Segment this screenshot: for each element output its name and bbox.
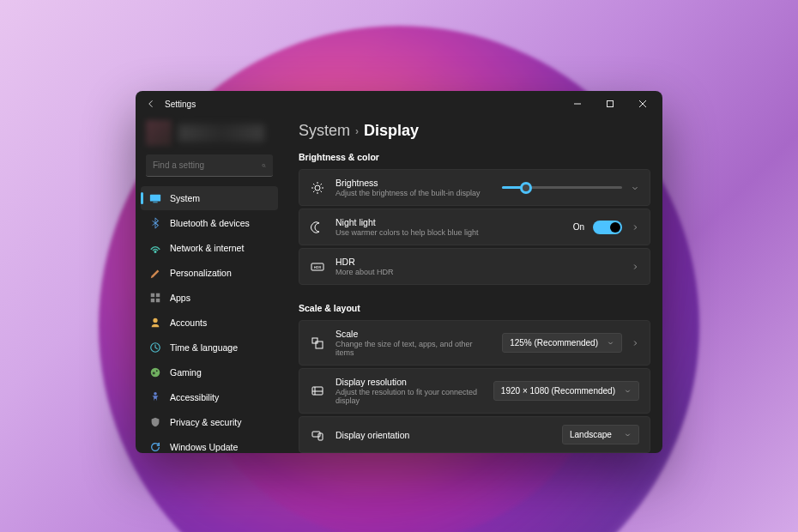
sidebar-item-label: Gaming (170, 367, 202, 378)
personalization-icon (149, 267, 161, 279)
card-subtitle: Adjust the brightness of the built-in di… (336, 189, 492, 197)
svg-rect-7 (153, 202, 157, 203)
titlebar: Settings (136, 91, 662, 117)
dropdown-value: 125% (Recommended) (510, 338, 598, 348)
brightness-icon (310, 180, 325, 196)
sidebar-item-system[interactable]: System (141, 186, 278, 210)
orientation-icon (310, 427, 325, 443)
chevron-right-icon: › (355, 125, 359, 137)
sidebar-item-label: Windows Update (170, 442, 238, 452)
back-arrow-icon[interactable] (146, 99, 156, 109)
breadcrumb-current: Display (364, 122, 419, 140)
sidebar-item-accessibility[interactable]: Accessibility (141, 385, 278, 409)
sidebar-item-label: Time & language (170, 342, 238, 353)
nightlight-toggle[interactable] (593, 221, 622, 234)
card-subtitle: Use warmer colors to help block blue lig… (336, 228, 563, 237)
avatar (146, 120, 172, 146)
search-input[interactable] (153, 160, 262, 170)
toggle-state-label: On (573, 222, 584, 232)
network-icon (149, 242, 161, 254)
sidebar-item-label: Accounts (170, 317, 207, 328)
sidebar-item-personalization[interactable]: Personalization (141, 261, 278, 285)
nightlight-icon (310, 220, 325, 235)
maximize-button[interactable] (594, 91, 626, 117)
card-title: Display orientation (336, 430, 552, 440)
svg-text:HDR: HDR (314, 265, 322, 269)
dropdown-value: Landscape (570, 430, 612, 439)
search-box[interactable] (146, 154, 273, 177)
sidebar-item-network[interactable]: Network & internet (141, 236, 278, 260)
close-button[interactable] (626, 91, 659, 117)
resolution-card[interactable]: Display resolution Adjust the resolution… (299, 368, 650, 414)
svg-point-8 (154, 251, 156, 253)
apps-icon (149, 292, 161, 304)
resolution-icon (310, 384, 325, 399)
svg-rect-20 (312, 338, 317, 343)
card-subtitle: Change the size of text, apps, and other… (336, 340, 492, 357)
svg-line-5 (264, 166, 265, 166)
chevron-right-icon[interactable] (631, 223, 639, 232)
svg-rect-1 (608, 101, 614, 107)
accounts-icon (149, 317, 161, 329)
sidebar-item-gaming[interactable]: Gaming (141, 360, 278, 384)
chevron-right-icon[interactable] (631, 339, 639, 348)
svg-point-13 (153, 318, 157, 323)
svg-point-15 (151, 368, 160, 378)
card-title: Night light (336, 217, 563, 227)
brightness-slider[interactable] (502, 186, 622, 189)
nightlight-card[interactable]: Night light Use warmer colors to help bl… (299, 209, 650, 245)
dropdown-value: 1920 × 1080 (Recommended) (501, 386, 615, 396)
sidebar-item-label: System (170, 193, 200, 203)
breadcrumb: System › Display (299, 122, 661, 140)
card-subtitle: Adjust the resolution to fit your connec… (336, 388, 483, 405)
sidebar-item-apps[interactable]: Apps (141, 286, 278, 310)
svg-rect-25 (312, 432, 320, 437)
time-icon (149, 342, 161, 354)
user-profile[interactable] (146, 118, 273, 148)
svg-rect-11 (151, 299, 154, 302)
bluetooth-icon (149, 217, 161, 229)
sidebar-item-privacy[interactable]: Privacy & security (141, 410, 278, 434)
card-title: Brightness (336, 178, 492, 188)
sidebar-item-time[interactable]: Time & language (141, 336, 278, 360)
sidebar-item-label: Accessibility (170, 392, 219, 402)
scale-icon (310, 336, 325, 351)
breadcrumb-parent[interactable]: System (299, 122, 350, 140)
sidebar-item-label: Network & internet (170, 243, 244, 253)
section-brightness-color: Brightness & color (299, 152, 650, 162)
sidebar-item-bluetooth[interactable]: Bluetooth & devices (141, 211, 278, 235)
chevron-down-icon (624, 431, 632, 438)
user-name-redacted (178, 124, 264, 142)
app-title: Settings (165, 100, 196, 109)
card-title: Scale (336, 329, 492, 339)
chevron-right-icon[interactable] (631, 263, 639, 271)
brightness-card[interactable]: Brightness Adjust the brightness of the … (299, 169, 650, 206)
chevron-down-icon[interactable] (631, 184, 639, 192)
sidebar-item-label: Apps (170, 293, 190, 303)
privacy-icon (149, 416, 161, 428)
svg-rect-9 (151, 293, 154, 297)
slider-thumb[interactable] (520, 182, 532, 194)
card-title: Display resolution (336, 377, 483, 387)
svg-rect-6 (150, 195, 160, 202)
scale-dropdown[interactable]: 125% (Recommended) (502, 333, 622, 353)
gaming-icon (149, 366, 161, 378)
hdr-card[interactable]: HDR HDR More about HDR (299, 248, 650, 285)
settings-window: Settings System (136, 91, 662, 453)
svg-point-17 (315, 185, 320, 190)
sidebar-item-update[interactable]: Windows Update (141, 435, 278, 453)
sidebar-item-accounts[interactable]: Accounts (141, 311, 278, 335)
chevron-down-icon (624, 387, 632, 395)
chevron-down-icon (607, 339, 614, 347)
orientation-dropdown[interactable]: Landscape (562, 425, 639, 444)
hdr-icon: HDR (310, 259, 325, 275)
main-content: System › Display Brightness & color Brig… (283, 117, 662, 453)
scale-card[interactable]: Scale Change the size of text, apps, and… (299, 320, 650, 366)
resolution-dropdown[interactable]: 1920 × 1080 (Recommended) (493, 381, 639, 401)
orientation-card[interactable]: Display orientation Landscape (299, 416, 650, 453)
minimize-button[interactable] (561, 91, 594, 117)
accessibility-icon (149, 391, 161, 403)
nav-list: System Bluetooth & devices Network & int… (141, 185, 278, 453)
search-icon (262, 160, 266, 171)
update-icon (149, 441, 161, 453)
